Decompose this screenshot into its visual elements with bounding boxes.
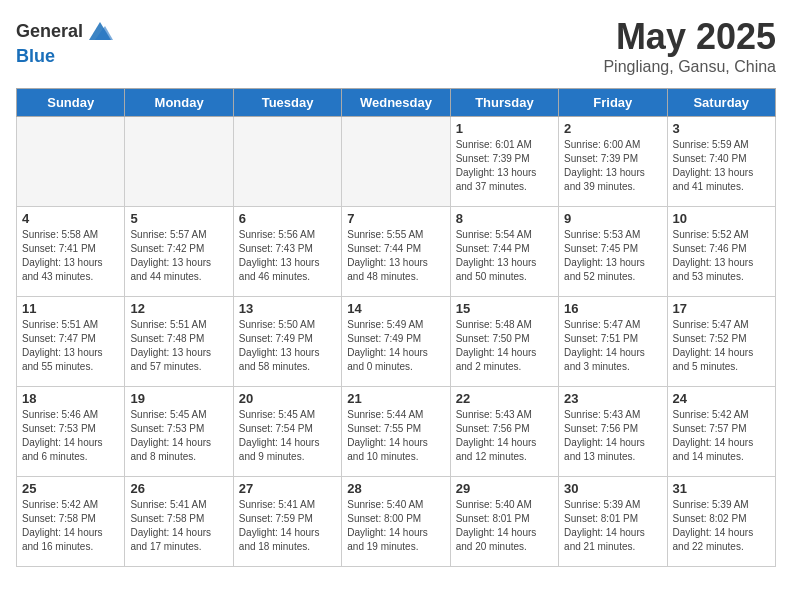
- day-number: 13: [239, 301, 336, 316]
- day-info: Sunrise: 5:42 AMSunset: 7:57 PMDaylight:…: [673, 408, 770, 464]
- day-number: 15: [456, 301, 553, 316]
- calendar-table: SundayMondayTuesdayWednesdayThursdayFrid…: [16, 88, 776, 567]
- day-number: 18: [22, 391, 119, 406]
- day-cell: 21Sunrise: 5:44 AMSunset: 7:55 PMDayligh…: [342, 387, 450, 477]
- day-info: Sunrise: 5:52 AMSunset: 7:46 PMDaylight:…: [673, 228, 770, 284]
- day-info: Sunrise: 5:59 AMSunset: 7:40 PMDaylight:…: [673, 138, 770, 194]
- day-number: 2: [564, 121, 661, 136]
- day-header-saturday: Saturday: [667, 89, 775, 117]
- day-header-sunday: Sunday: [17, 89, 125, 117]
- calendar-subtitle: Pingliang, Gansu, China: [603, 58, 776, 76]
- day-number: 12: [130, 301, 227, 316]
- day-cell: 1Sunrise: 6:01 AMSunset: 7:39 PMDaylight…: [450, 117, 558, 207]
- day-cell: [17, 117, 125, 207]
- day-header-friday: Friday: [559, 89, 667, 117]
- day-cell: 12Sunrise: 5:51 AMSunset: 7:48 PMDayligh…: [125, 297, 233, 387]
- day-number: 11: [22, 301, 119, 316]
- day-number: 7: [347, 211, 444, 226]
- day-info: Sunrise: 5:43 AMSunset: 7:56 PMDaylight:…: [456, 408, 553, 464]
- day-cell: 20Sunrise: 5:45 AMSunset: 7:54 PMDayligh…: [233, 387, 341, 477]
- day-cell: 9Sunrise: 5:53 AMSunset: 7:45 PMDaylight…: [559, 207, 667, 297]
- day-cell: 25Sunrise: 5:42 AMSunset: 7:58 PMDayligh…: [17, 477, 125, 567]
- day-cell: 14Sunrise: 5:49 AMSunset: 7:49 PMDayligh…: [342, 297, 450, 387]
- day-info: Sunrise: 5:39 AMSunset: 8:01 PMDaylight:…: [564, 498, 661, 554]
- day-number: 8: [456, 211, 553, 226]
- day-info: Sunrise: 5:41 AMSunset: 7:59 PMDaylight:…: [239, 498, 336, 554]
- day-number: 23: [564, 391, 661, 406]
- day-number: 20: [239, 391, 336, 406]
- day-cell: 16Sunrise: 5:47 AMSunset: 7:51 PMDayligh…: [559, 297, 667, 387]
- day-cell: 15Sunrise: 5:48 AMSunset: 7:50 PMDayligh…: [450, 297, 558, 387]
- day-number: 28: [347, 481, 444, 496]
- day-cell: 31Sunrise: 5:39 AMSunset: 8:02 PMDayligh…: [667, 477, 775, 567]
- day-cell: 19Sunrise: 5:45 AMSunset: 7:53 PMDayligh…: [125, 387, 233, 477]
- day-cell: 22Sunrise: 5:43 AMSunset: 7:56 PMDayligh…: [450, 387, 558, 477]
- day-cell: 10Sunrise: 5:52 AMSunset: 7:46 PMDayligh…: [667, 207, 775, 297]
- day-number: 31: [673, 481, 770, 496]
- day-info: Sunrise: 5:47 AMSunset: 7:52 PMDaylight:…: [673, 318, 770, 374]
- day-info: Sunrise: 5:57 AMSunset: 7:42 PMDaylight:…: [130, 228, 227, 284]
- day-number: 1: [456, 121, 553, 136]
- day-number: 4: [22, 211, 119, 226]
- day-info: Sunrise: 5:49 AMSunset: 7:49 PMDaylight:…: [347, 318, 444, 374]
- day-cell: [125, 117, 233, 207]
- day-info: Sunrise: 5:48 AMSunset: 7:50 PMDaylight:…: [456, 318, 553, 374]
- day-cell: 7Sunrise: 5:55 AMSunset: 7:44 PMDaylight…: [342, 207, 450, 297]
- day-info: Sunrise: 6:01 AMSunset: 7:39 PMDaylight:…: [456, 138, 553, 194]
- logo-blue: Blue: [16, 46, 55, 66]
- day-cell: 8Sunrise: 5:54 AMSunset: 7:44 PMDaylight…: [450, 207, 558, 297]
- day-cell: 24Sunrise: 5:42 AMSunset: 7:57 PMDayligh…: [667, 387, 775, 477]
- day-header-tuesday: Tuesday: [233, 89, 341, 117]
- day-number: 14: [347, 301, 444, 316]
- day-cell: 28Sunrise: 5:40 AMSunset: 8:00 PMDayligh…: [342, 477, 450, 567]
- day-cell: 3Sunrise: 5:59 AMSunset: 7:40 PMDaylight…: [667, 117, 775, 207]
- day-info: Sunrise: 5:40 AMSunset: 8:01 PMDaylight:…: [456, 498, 553, 554]
- day-number: 22: [456, 391, 553, 406]
- day-cell: 4Sunrise: 5:58 AMSunset: 7:41 PMDaylight…: [17, 207, 125, 297]
- day-number: 26: [130, 481, 227, 496]
- day-info: Sunrise: 5:55 AMSunset: 7:44 PMDaylight:…: [347, 228, 444, 284]
- day-info: Sunrise: 5:45 AMSunset: 7:54 PMDaylight:…: [239, 408, 336, 464]
- day-cell: 11Sunrise: 5:51 AMSunset: 7:47 PMDayligh…: [17, 297, 125, 387]
- logo: General Blue: [16, 16, 115, 67]
- calendar-title: May 2025: [603, 16, 776, 58]
- day-info: Sunrise: 5:46 AMSunset: 7:53 PMDaylight:…: [22, 408, 119, 464]
- day-cell: 26Sunrise: 5:41 AMSunset: 7:58 PMDayligh…: [125, 477, 233, 567]
- day-cell: 23Sunrise: 5:43 AMSunset: 7:56 PMDayligh…: [559, 387, 667, 477]
- day-header-wednesday: Wednesday: [342, 89, 450, 117]
- day-number: 3: [673, 121, 770, 136]
- day-number: 17: [673, 301, 770, 316]
- day-cell: 18Sunrise: 5:46 AMSunset: 7:53 PMDayligh…: [17, 387, 125, 477]
- logo-icon: [85, 16, 115, 46]
- day-info: Sunrise: 5:42 AMSunset: 7:58 PMDaylight:…: [22, 498, 119, 554]
- day-info: Sunrise: 5:45 AMSunset: 7:53 PMDaylight:…: [130, 408, 227, 464]
- day-number: 5: [130, 211, 227, 226]
- day-number: 6: [239, 211, 336, 226]
- day-cell: [233, 117, 341, 207]
- day-cell: 13Sunrise: 5:50 AMSunset: 7:49 PMDayligh…: [233, 297, 341, 387]
- day-info: Sunrise: 5:56 AMSunset: 7:43 PMDaylight:…: [239, 228, 336, 284]
- day-cell: 17Sunrise: 5:47 AMSunset: 7:52 PMDayligh…: [667, 297, 775, 387]
- day-cell: 6Sunrise: 5:56 AMSunset: 7:43 PMDaylight…: [233, 207, 341, 297]
- day-info: Sunrise: 5:58 AMSunset: 7:41 PMDaylight:…: [22, 228, 119, 284]
- logo-general: General: [16, 21, 83, 42]
- day-cell: 27Sunrise: 5:41 AMSunset: 7:59 PMDayligh…: [233, 477, 341, 567]
- day-number: 29: [456, 481, 553, 496]
- day-number: 30: [564, 481, 661, 496]
- day-info: Sunrise: 5:44 AMSunset: 7:55 PMDaylight:…: [347, 408, 444, 464]
- day-number: 24: [673, 391, 770, 406]
- title-area: May 2025 Pingliang, Gansu, China: [603, 16, 776, 76]
- day-info: Sunrise: 5:43 AMSunset: 7:56 PMDaylight:…: [564, 408, 661, 464]
- day-info: Sunrise: 5:53 AMSunset: 7:45 PMDaylight:…: [564, 228, 661, 284]
- day-info: Sunrise: 5:51 AMSunset: 7:48 PMDaylight:…: [130, 318, 227, 374]
- day-cell: [342, 117, 450, 207]
- day-number: 9: [564, 211, 661, 226]
- day-number: 21: [347, 391, 444, 406]
- day-cell: 2Sunrise: 6:00 AMSunset: 7:39 PMDaylight…: [559, 117, 667, 207]
- day-cell: 30Sunrise: 5:39 AMSunset: 8:01 PMDayligh…: [559, 477, 667, 567]
- day-number: 19: [130, 391, 227, 406]
- day-info: Sunrise: 5:47 AMSunset: 7:51 PMDaylight:…: [564, 318, 661, 374]
- header: General Blue May 2025 Pingliang, Gansu, …: [16, 16, 776, 76]
- day-info: Sunrise: 5:51 AMSunset: 7:47 PMDaylight:…: [22, 318, 119, 374]
- day-number: 16: [564, 301, 661, 316]
